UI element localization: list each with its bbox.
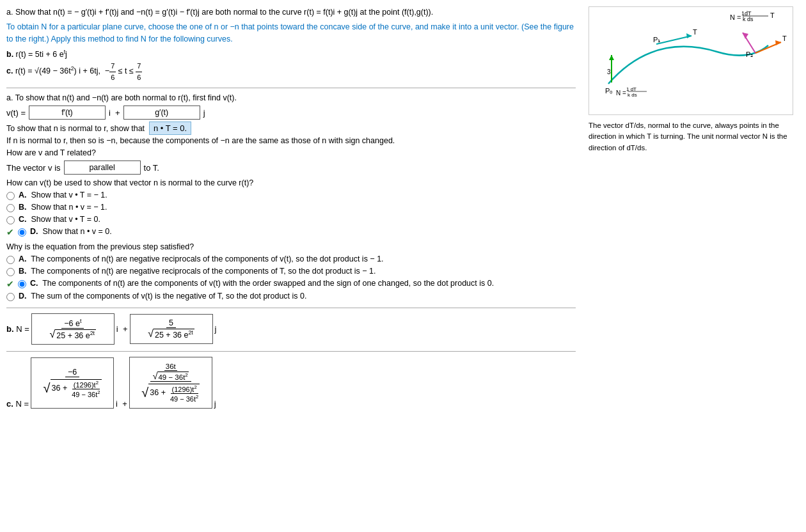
svg-rect-0: [589, 7, 793, 115]
section-c-label: c. N =: [6, 399, 29, 409]
vt-i: i +: [109, 108, 120, 118]
svg-text:N =: N =: [616, 90, 626, 97]
section-c: c. N = −6 √ 36 + (1296)t: [6, 357, 576, 408]
check-c-icon: ✔: [6, 279, 14, 289]
part-a-header: a. Show that n(t) = − g′(t)i + f′(t)j an…: [6, 6, 576, 19]
radio-d[interactable]: [18, 228, 26, 237]
option-d-label: D. Show that n • v = 0.: [30, 227, 112, 236]
part-a-text: a. Show that n(t) = − g′(t)i + f′(t)j an…: [6, 8, 433, 17]
vt-answer-line: v(t) = f′(t) i + g′(t) j: [6, 106, 576, 120]
vector-v-prefix: The vector v is: [6, 163, 61, 173]
option-b-label: B. Show that n • v = − 1.: [19, 203, 107, 212]
option-b[interactable]: B. Show that n • v = − 1.: [6, 203, 576, 212]
why-option-d[interactable]: D. The sum of the components of v(t) is …: [6, 292, 576, 301]
section-b: b. N = −6 et √25 + 36 e2t i: [6, 313, 576, 345]
svg-text:P₁: P₁: [653, 36, 660, 43]
vt-label: v(t) =: [6, 108, 26, 118]
why-option-d-label: D. The sum of the components of v(t) is …: [19, 292, 306, 301]
diagram-caption: The vector dT/ds, normal to the curve, a…: [589, 120, 793, 153]
why-radio-a[interactable]: [6, 256, 15, 264]
why-option-a[interactable]: A. The components of n(t) are negative r…: [6, 254, 576, 264]
normal-highlight: n • T = 0.: [149, 121, 191, 135]
part-c-text: c. r(t) = √(49 − 36t2) i + 6tj, −76 ≤ t …: [6, 61, 576, 82]
section-b-answer: b. N = −6 et √25 + 36 e2t i: [6, 313, 576, 345]
vt-box2[interactable]: g′(t): [123, 106, 200, 120]
vt-box1[interactable]: f′(t): [29, 106, 106, 120]
why-option-b[interactable]: B. The components of n(t) are negative r…: [6, 267, 576, 276]
section-a-title: a. To show that n(t) and −n(t) are both …: [6, 93, 576, 102]
svg-text:k ds: k ds: [628, 92, 637, 98]
why-option-c-label: C. The components of n(t) are the compon…: [30, 279, 494, 288]
part-b-text: b. r(t) = 5ti + 6 etj: [6, 48, 576, 61]
why-label: Why is the equation from the previous st…: [6, 242, 576, 251]
svg-text:N =: N =: [730, 13, 741, 21]
c-j: j: [214, 399, 216, 409]
why-radio-b[interactable]: [6, 268, 15, 276]
why-option-a-label: A. The components of n(t) are negative r…: [19, 254, 384, 263]
radio-b[interactable]: [6, 204, 15, 212]
c-i-plus: i +: [116, 399, 127, 409]
right-panel: N = 1 k ds dT T P₀ P₁ P₂ 3 T: [582, 6, 800, 415]
svg-text:P₀: P₀: [605, 87, 613, 95]
b-j: j: [215, 324, 217, 334]
option-a-label: A. Show that v • T = − 1.: [19, 191, 107, 199]
check-d-icon: ✔: [6, 227, 14, 237]
radio-a[interactable]: [6, 192, 15, 200]
section-a: a. To show that n(t) and −n(t) are both …: [6, 93, 576, 301]
how-related: How are v and T related?: [6, 148, 576, 157]
section-c-answer: c. N = −6 √ 36 + (1296)t: [6, 357, 576, 408]
why-radio-c[interactable]: [18, 280, 26, 288]
svg-text:3: 3: [607, 68, 611, 75]
svg-text:dT: dT: [745, 10, 752, 17]
svg-text:T: T: [693, 28, 697, 36]
why-option-b-label: B. The components of n(t) are negative r…: [19, 267, 376, 276]
svg-text:T: T: [770, 12, 775, 19]
vector-v-line: The vector v is parallel to T.: [6, 160, 576, 175]
obtain-n-text: To obtain N for a particular plane curve…: [6, 21, 576, 45]
svg-text:1 dT: 1 dT: [626, 86, 636, 92]
option-c-label: C. Show that v • T = 0.: [19, 215, 100, 224]
vt-j: j: [203, 108, 205, 118]
why-option-c[interactable]: ✔ C. The components of n(t) are the comp…: [6, 279, 576, 289]
how-used: How can v(t) be used to show that vector…: [6, 178, 576, 187]
option-a[interactable]: A. Show that v • T = − 1.: [6, 191, 576, 200]
problem-header: a. Show that n(t) = − g′(t)i + f′(t)j an…: [6, 6, 576, 82]
vector-v-suffix: to T.: [144, 163, 159, 173]
divider-1: [6, 88, 576, 88]
option-d[interactable]: ✔ D. Show that n • v = 0.: [6, 227, 576, 237]
vector-v-answer[interactable]: parallel: [64, 160, 141, 175]
c-frac2-box[interactable]: 36t √49 − 36t2 √: [129, 357, 212, 408]
c-frac1-box[interactable]: −6 √ 36 + (1296)t2 49 − 36t2: [31, 357, 114, 409]
section-b-label: b. N =: [6, 324, 29, 334]
svg-text:T: T: [782, 35, 787, 42]
divider-3: [6, 351, 576, 352]
radio-c[interactable]: [6, 216, 15, 224]
diagram: N = 1 k ds dT T P₀ P₁ P₂ 3 T: [589, 6, 793, 115]
divider-2: [6, 308, 576, 308]
b-i-plus: i +: [116, 324, 128, 334]
normal-text: If n is normal to r, then so is −n, beca…: [6, 136, 576, 145]
normal-instruction: To show that n is normal to r, show that…: [6, 123, 576, 133]
b-frac1-box[interactable]: −6 et √25 + 36 e2t: [31, 313, 115, 345]
svg-text:k ds: k ds: [743, 16, 754, 22]
b-frac2-box[interactable]: 5 √25 + 36 e2t: [130, 314, 213, 344]
svg-text:P₂: P₂: [746, 51, 753, 58]
why-radio-d[interactable]: [6, 293, 15, 301]
option-c[interactable]: C. Show that v • T = 0.: [6, 215, 576, 224]
diagram-caption-text: The vector dT/ds, normal to the curve, a…: [589, 121, 787, 152]
